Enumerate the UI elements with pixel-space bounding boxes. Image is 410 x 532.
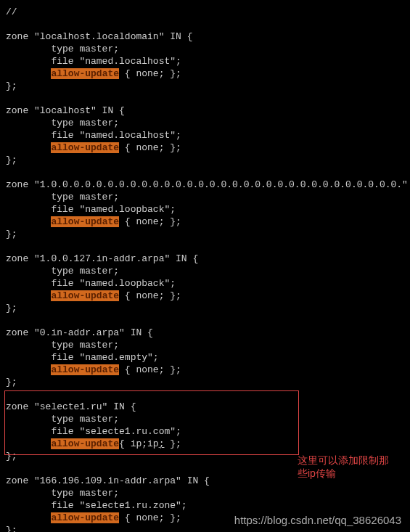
zone-type: type master; [6, 414, 119, 425]
allow-update-highlight: allow-update [51, 290, 119, 301]
allow-update-highlight: allow-update [51, 216, 119, 227]
zone-header: zone "166.196.109.in-addr.arpa" IN { [6, 475, 210, 486]
allow-update-highlight: allow-update [51, 512, 119, 523]
zone-allow [6, 438, 51, 449]
zone-file: file "named.localhost"; [6, 130, 181, 141]
zone-header: zone "localhost" IN { [6, 105, 125, 116]
zone-allow [6, 364, 51, 375]
allow-update-highlight: allow-update [51, 438, 119, 449]
allow-update-highlight: allow-update [51, 142, 119, 153]
zone-close: }; [6, 451, 17, 462]
zone-allow [6, 68, 51, 79]
zone-type: type master; [6, 266, 119, 277]
zone-close: }; [6, 303, 17, 314]
zone-close: }; [6, 525, 17, 532]
zone-type: type master; [6, 44, 119, 54]
zone-close: }; [6, 81, 17, 91]
zone-header: zone "1.0.0.0.0.0.0.0.0.0.0.0.0.0.0.0.0.… [6, 179, 410, 190]
zone-header: zone "selecte1.ru" IN { [6, 401, 136, 412]
zone-file: file "selecte1.ru.com"; [6, 426, 181, 437]
zone-file: file "selecte1.ru.zone"; [6, 500, 187, 511]
zone-allow [6, 142, 51, 153]
zone-close: }; [6, 155, 17, 165]
zone-type: type master; [6, 118, 119, 128]
zone-header: zone "0.in-addr.arpa" IN { [6, 327, 153, 338]
zone-file: file "named.loopback"; [6, 204, 176, 215]
zone-allow [6, 216, 51, 227]
zone-type: type master; [6, 488, 119, 499]
zone-allow [6, 512, 51, 523]
zone-type: type master; [6, 192, 119, 202]
zone-close: }; [6, 229, 17, 240]
zone-close: }; [6, 377, 17, 388]
zone-file: file "named.empty"; [6, 352, 159, 363]
allow-update-highlight: allow-update [51, 364, 119, 375]
allow-update-highlight: allow-update [51, 68, 119, 79]
zone-file: file "named.localhost"; [6, 56, 181, 67]
watermark: https://blog.csdn.net/qq_38626043 [234, 514, 401, 526]
code-line: // [6, 7, 17, 17]
zone-header: zone "1.0.0.127.in-addr.arpa" IN { [6, 253, 198, 264]
zone-file: file "named.loopback"; [6, 278, 176, 289]
annotation-text: 这里可以添加限制那些ip传输 [298, 454, 389, 480]
zone-allow [6, 290, 51, 301]
zone-type: type master; [6, 340, 119, 351]
zone-header: zone "localhost.localdomain" IN { [6, 31, 192, 42]
